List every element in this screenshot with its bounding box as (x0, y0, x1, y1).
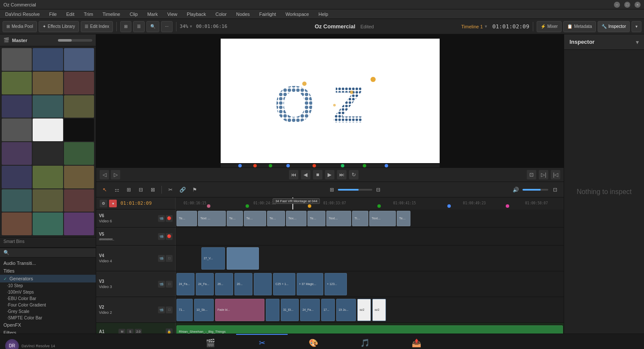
clip-v3-6[interactable]: C25 + 1... (273, 273, 295, 295)
clip-v6-9[interactable]: Ti... (352, 211, 368, 226)
clip-v6-2[interactable]: Text ... (198, 211, 226, 226)
media-thumb-3[interactable]: 4_Man Walki... (2, 72, 32, 94)
clip-v3-1[interactable]: 24_Fa... (176, 273, 194, 295)
generator-ebu[interactable]: ·EBU Color Bar (0, 295, 96, 302)
nav-color-button[interactable]: 🎨 Color (288, 334, 339, 349)
clip-v6-7[interactable]: Te... (307, 211, 325, 226)
generator-grey-scale[interactable]: ·Grey Scale (0, 308, 96, 315)
effects-generators[interactable]: ✓ Generators (0, 275, 96, 282)
clip-a1-audio[interactable]: Rhian_Sheehan_-_Big_Things (176, 325, 563, 334)
clip-v2-4[interactable] (266, 299, 279, 321)
menu-nodes[interactable]: Nodes (234, 11, 252, 18)
effects-library-button[interactable]: ✦ Effects Library (39, 21, 79, 32)
minimize-button[interactable]: − (614, 2, 620, 8)
track-v4-camera[interactable]: 📹 (158, 255, 165, 262)
menu-trim[interactable]: Trim (82, 11, 95, 18)
track-v3-lock[interactable]: □ (166, 281, 173, 288)
razor-tool-button[interactable]: ⚏ (112, 185, 122, 195)
clip-v3-2[interactable]: 24_Fa... (196, 273, 214, 295)
track-a1-vol[interactable]: 2.0 (135, 329, 142, 334)
menu-view[interactable]: View (165, 11, 179, 18)
clip-v2-2[interactable]: 10_Sk... (194, 299, 214, 321)
play-button[interactable]: ▶ (325, 170, 334, 179)
mixer-button[interactable]: ⚡ Mixer (537, 21, 562, 32)
media-thumb-11[interactable]: app store and... (64, 118, 94, 141)
clip-v3-7[interactable]: + 37 Magic... (297, 273, 323, 295)
media-thumb-17[interactable]: 64_Florence ... (64, 166, 94, 188)
loop-button[interactable]: ↻ (349, 170, 358, 179)
clip-v6-10[interactable]: Text... (369, 211, 396, 226)
clip-v3-3[interactable]: 26... (215, 273, 233, 295)
menu-timeline[interactable]: Timeline (101, 11, 122, 18)
clip-v2-5[interactable]: 31_Et... (281, 299, 299, 321)
clip-v2-7[interactable]: 17... (321, 299, 335, 321)
menu-davinci-resolve[interactable]: DaVinci Resolve (3, 11, 42, 18)
more-options-button[interactable]: ··· (161, 21, 172, 32)
inspector-close-button[interactable]: ▾ (636, 39, 639, 46)
inspector-button[interactable]: 🔧 Inspector (598, 21, 630, 32)
media-thumb-10[interactable]: oz2 (33, 118, 63, 141)
track-v2-camera[interactable]: 📹 (158, 307, 165, 313)
clip-v6-4[interactable]: Te... (244, 211, 266, 226)
menu-mark[interactable]: Mark (146, 11, 159, 18)
clip-v2-8[interactable]: 19 Ju... (336, 299, 356, 321)
media-thumb-6[interactable]: 6_Blurred Pe... (2, 95, 32, 118)
nav-media-button[interactable]: 🎬 Media (185, 334, 236, 349)
media-thumb-2[interactable]: 1_Man on Ph... (64, 48, 94, 71)
clip-v6-11[interactable]: Te... (397, 211, 410, 226)
record-button[interactable]: ● (109, 200, 117, 207)
fit-button[interactable]: ⊡ (527, 170, 536, 179)
zoom-out-button[interactable]: ⊟ (373, 185, 383, 195)
nav-fairlight-button[interactable]: 🎵 Fairlight (339, 334, 391, 349)
media-thumb-13[interactable]: 10_Sketching... (33, 142, 63, 165)
volume-slider[interactable] (522, 189, 548, 191)
media-thumb-9[interactable]: Timeline 1 (2, 118, 32, 141)
clip-v2-1[interactable]: 71... (176, 299, 193, 321)
go-to-end-button[interactable]: ⏭ (337, 170, 346, 179)
skip-forward-button[interactable]: ▷| (539, 170, 548, 179)
media-thumb-23[interactable]: 17_Girls on a... (64, 212, 94, 235)
clip-v2-oz2b[interactable]: oz2 (372, 299, 386, 321)
edit-index-button[interactable]: ☰ Edit Index (81, 21, 113, 32)
media-thumb-0[interactable]: Rhian_Sheeh... (2, 48, 32, 71)
trim-tool-button[interactable]: ⊞ (124, 185, 134, 195)
clip-v2-oz2a[interactable]: oz2 (357, 299, 371, 321)
media-thumb-20[interactable]: Dissolve_018... (64, 189, 94, 212)
zoom-in-button[interactable]: ⊞ (327, 185, 337, 195)
menu-clip[interactable]: Clip (128, 11, 140, 18)
track-v5-lock[interactable]: 🔴 (166, 233, 173, 240)
close-button[interactable]: × (635, 2, 641, 8)
media-thumb-12[interactable]: 11_Mirrored... (2, 142, 32, 165)
flag-button[interactable]: ⚑ (189, 185, 200, 195)
timeline-settings-button[interactable]: ⚙ (100, 200, 107, 207)
menu-fairlight[interactable]: Fairlight (258, 11, 278, 18)
selection-tool-button[interactable]: ↖ (100, 185, 110, 195)
clip-v4-1[interactable]: 27_V... (201, 247, 225, 270)
play-reverse-button[interactable]: ◀ (301, 170, 310, 179)
generator-smpte[interactable]: ·SMPTE Color Bar (0, 315, 96, 321)
menu-help[interactable]: Help (317, 11, 330, 18)
media-thumb-16[interactable]: 9_Woman Cl... (33, 166, 63, 188)
menu-workspace[interactable]: Workspace (284, 11, 311, 18)
nav-deliver-button[interactable]: 📤 Deliver (391, 334, 442, 349)
clip-v3-4[interactable]: 20... (234, 273, 252, 295)
maximize-button[interactable]: □ (624, 2, 630, 8)
link-button[interactable]: 🔗 (177, 185, 188, 195)
media-thumb-15[interactable]: 12_Short Clip... (2, 166, 32, 188)
stop-button[interactable]: ■ (313, 170, 322, 179)
media-thumb-21[interactable]: 15_Shaking H... (2, 212, 32, 235)
effects-openfx[interactable]: OpenFX (0, 321, 96, 329)
media-thumb-4[interactable]: 7_Timelapse... (33, 72, 63, 94)
media-pool-button[interactable]: ⊞ Media Pool (3, 21, 37, 32)
menu-file[interactable]: File (48, 11, 59, 18)
effects-audio-transitions[interactable]: Audio Transiti... (0, 259, 96, 267)
blade-tool-button[interactable]: ⊠ (148, 185, 158, 195)
volume-icon[interactable]: 🔊 (510, 185, 521, 195)
effects-titles[interactable]: Titles (0, 267, 96, 275)
view-mode-list[interactable]: ☰ (133, 21, 145, 32)
generator-10-step[interactable]: ·10 Step (0, 282, 96, 289)
menu-edit[interactable]: Edit (64, 11, 76, 18)
zoom-slider[interactable] (338, 189, 372, 191)
clip-v3-5[interactable] (254, 273, 272, 295)
clip-v6-8[interactable]: Text... (326, 211, 351, 226)
